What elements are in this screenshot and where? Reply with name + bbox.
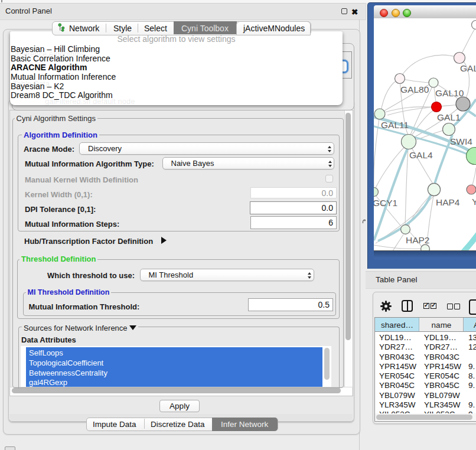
svg-text:HAP2: HAP2 [406,235,430,245]
svg-text:GAL1: GAL1 [437,112,461,122]
svg-text:GAL80: GAL80 [400,84,429,94]
svg-text:GAL: GAL [460,63,476,73]
svg-text:GAL11: GAL11 [381,120,409,130]
svg-text:SWI4: SWI4 [450,136,472,146]
svg-text:GCY1: GCY1 [374,198,397,208]
svg-text:GAL10: GAL10 [435,88,464,98]
svg-text:Y: Y [472,197,476,207]
svg-text:GAL4: GAL4 [409,150,433,160]
svg-text:HAP4: HAP4 [436,197,460,207]
